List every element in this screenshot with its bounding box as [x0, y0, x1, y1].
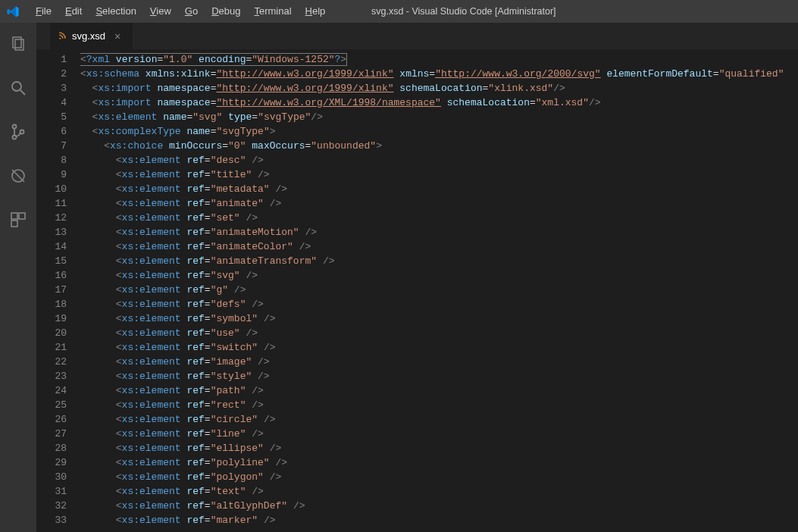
rss-file-icon: [58, 30, 67, 42]
code-line[interactable]: <xs:element ref="defs" />: [80, 297, 798, 311]
menu-terminal[interactable]: Terminal: [247, 0, 298, 23]
line-number: 23: [36, 369, 67, 383]
line-number: 6: [36, 124, 67, 139]
code-line[interactable]: <xs:element ref="g" />: [80, 283, 798, 297]
debug-icon[interactable]: [0, 161, 36, 191]
source-control-icon[interactable]: [0, 117, 36, 147]
extensions-icon[interactable]: [0, 205, 36, 235]
line-number: 17: [36, 283, 67, 297]
menu-view[interactable]: View: [143, 0, 178, 23]
code-line[interactable]: <xs:element ref="set" />: [80, 211, 798, 225]
code-line[interactable]: <xs:import namespace="http://www.w3.org/…: [80, 95, 798, 110]
line-number: 13: [36, 225, 67, 239]
code-line[interactable]: <xs:element ref="circle" />: [80, 412, 798, 427]
line-number: 18: [36, 297, 67, 311]
line-number: 26: [36, 412, 67, 427]
line-number: 8: [36, 153, 67, 167]
line-number: 19: [36, 311, 67, 326]
tab-bar: svg.xsd ×: [36, 23, 798, 49]
code-line[interactable]: <xs:element ref="title" />: [80, 167, 798, 182]
menu-selection[interactable]: Selection: [89, 0, 142, 23]
svg-rect-11: [11, 221, 17, 227]
editor-area: svg.xsd × 123456789101112131415161718192…: [36, 23, 798, 532]
code-line[interactable]: <xs:element ref="animateTransform" />: [80, 254, 798, 268]
code-line[interactable]: <xs:element ref="style" />: [80, 369, 798, 383]
svg-rect-1: [15, 39, 23, 50]
line-number: 29: [36, 455, 67, 470]
menu-edit[interactable]: Edit: [58, 0, 89, 23]
svg-point-2: [12, 82, 21, 91]
line-number-gutter: 1234567891011121314151617181920212223242…: [36, 49, 80, 532]
line-number: 11: [36, 196, 67, 211]
files-icon[interactable]: [0, 29, 36, 59]
vscode-logo-icon: [6, 5, 20, 18]
svg-point-4: [13, 125, 17, 129]
close-icon[interactable]: ×: [114, 30, 120, 42]
line-number: 20: [36, 326, 67, 340]
menu-help[interactable]: Help: [299, 0, 333, 23]
code-line[interactable]: <xs:element ref="polygon" />: [80, 470, 798, 484]
line-number: 1: [36, 52, 67, 67]
code-line[interactable]: <xs:element ref="image" />: [80, 355, 798, 369]
search-icon[interactable]: [0, 73, 36, 103]
code-line[interactable]: <xs:element ref="animate" />: [80, 196, 798, 211]
code-line[interactable]: <xs:element name="svg" type="svgType"/>: [80, 110, 798, 124]
line-number: 32: [36, 499, 67, 513]
svg-line-3: [20, 90, 25, 95]
code-line[interactable]: <xs:element ref="use" />: [80, 326, 798, 340]
line-number: 3: [36, 81, 67, 95]
line-number: 12: [36, 211, 67, 225]
code-line[interactable]: <xs:element ref="polyline" />: [80, 455, 798, 470]
line-number: 10: [36, 182, 67, 196]
svg-rect-0: [13, 37, 21, 48]
line-number: 27: [36, 427, 67, 441]
code-line[interactable]: <xs:element ref="path" />: [80, 383, 798, 398]
code-line[interactable]: <xs:element ref="metadata" />: [80, 182, 798, 196]
line-number: 30: [36, 470, 67, 484]
line-number: 14: [36, 239, 67, 254]
menu-go[interactable]: Go: [178, 0, 205, 23]
window-title: svg.xsd - Visual Studio Code [Administra…: [371, 0, 556, 23]
line-number: 16: [36, 268, 67, 283]
code-line[interactable]: <xs:element ref="marker" />: [80, 513, 798, 527]
code-editor[interactable]: <?xml version="1.0" encoding="Windows-12…: [80, 49, 798, 532]
line-number: 7: [36, 139, 67, 153]
activity-bar: [0, 23, 36, 532]
svg-point-5: [13, 136, 17, 139]
tab-label: svg.xsd: [72, 30, 105, 42]
line-number: 2: [36, 67, 67, 81]
line-number: 5: [36, 110, 67, 124]
line-number: 4: [36, 95, 67, 110]
menu-debug[interactable]: Debug: [205, 0, 247, 23]
code-line[interactable]: <xs:element ref="animateColor" />: [80, 239, 798, 254]
code-line[interactable]: <xs:element ref="switch" />: [80, 340, 798, 355]
line-number: 21: [36, 340, 67, 355]
code-line[interactable]: <xs:element ref="svg" />: [80, 268, 798, 283]
code-line[interactable]: <xs:complexType name="svgType">: [80, 124, 798, 139]
code-line[interactable]: <xs:element ref="rect" />: [80, 398, 798, 412]
code-line[interactable]: <xs:element ref="animateMotion" />: [80, 225, 798, 239]
code-line[interactable]: <xs:element ref="symbol" />: [80, 311, 798, 326]
svg-rect-9: [11, 213, 17, 219]
code-line[interactable]: <xs:element ref="line" />: [80, 427, 798, 441]
line-number: 15: [36, 254, 67, 268]
code-line[interactable]: <?xml version="1.0" encoding="Windows-12…: [80, 52, 798, 67]
line-number: 31: [36, 484, 67, 499]
code-line[interactable]: <xs:element ref="text" />: [80, 484, 798, 499]
code-line[interactable]: <xs:element ref="ellipse" />: [80, 441, 798, 455]
svg-rect-10: [19, 213, 25, 219]
code-line[interactable]: <xs:choice minOccurs="0" maxOccurs="unbo…: [80, 139, 798, 153]
menubar: FileEditSelectionViewGoDebugTerminalHelp: [29, 0, 332, 23]
line-number: 9: [36, 167, 67, 182]
line-number: 24: [36, 383, 67, 398]
titlebar: FileEditSelectionViewGoDebugTerminalHelp…: [0, 0, 798, 23]
line-number: 25: [36, 398, 67, 412]
line-number: 33: [36, 513, 67, 527]
menu-file[interactable]: File: [29, 0, 58, 23]
code-line[interactable]: <xs:import namespace="http://www.w3.org/…: [80, 81, 798, 95]
code-line[interactable]: <xs:schema xmlns:xlink="http://www.w3.or…: [80, 67, 798, 81]
tab-svg-xsd[interactable]: svg.xsd ×: [50, 23, 133, 49]
line-number: 28: [36, 441, 67, 455]
code-line[interactable]: <xs:element ref="desc" />: [80, 153, 798, 167]
code-line[interactable]: <xs:element ref="altGlyphDef" />: [80, 499, 798, 513]
